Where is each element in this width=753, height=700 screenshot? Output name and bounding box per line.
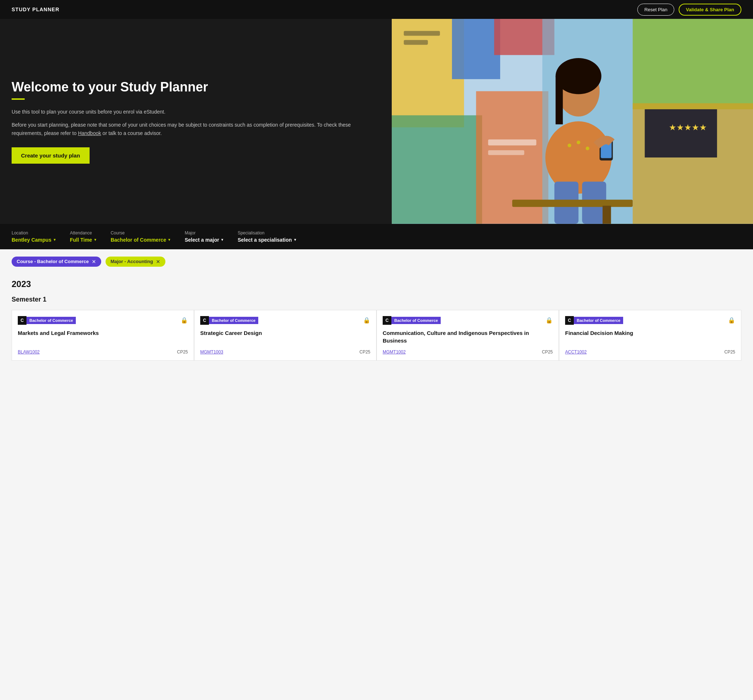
card-code[interactable]: MGMT1003	[200, 350, 223, 355]
card-header: C Bachelor of Commerce 🔒	[383, 316, 553, 325]
filter-specialisation[interactable]: Specialisation Select a specialisation ▾	[238, 230, 296, 243]
card-cp: CP25	[542, 350, 553, 355]
hero-desc2-suffix: or talk to a course advisor.	[101, 130, 162, 136]
card-badge-row: C Bachelor of Commerce	[565, 316, 623, 325]
card-course-badge: Bachelor of Commerce	[391, 317, 441, 324]
tag-course-close[interactable]: ✕	[92, 259, 96, 264]
hero-image-placeholder: ★★★★★	[392, 19, 753, 224]
hero-title: Welcome to your Study Planner	[12, 79, 377, 95]
svg-rect-26	[512, 200, 633, 207]
svg-point-20	[576, 141, 580, 144]
unit-card: C Bachelor of Commerce 🔒 Communication, …	[376, 310, 559, 361]
svg-rect-9	[645, 109, 717, 158]
year-heading: 2023	[12, 279, 741, 289]
card-code[interactable]: BLAW1002	[18, 350, 39, 355]
hero-section: Welcome to your Study Planner Use this t…	[0, 19, 753, 224]
unit-card: C Bachelor of Commerce 🔒 Financial Decis…	[559, 310, 741, 361]
tag-course[interactable]: Course - Bachelor of Commerce ✕	[12, 256, 101, 267]
card-cp: CP25	[359, 350, 370, 355]
header-actions: Reset Plan Validate & Share Plan	[637, 4, 741, 16]
card-header: C Bachelor of Commerce 🔒	[200, 316, 370, 325]
filter-attendance-value[interactable]: Full Time ▾	[70, 237, 96, 243]
card-letter: C	[18, 316, 27, 325]
create-plan-button[interactable]: Create your study plan	[12, 147, 90, 164]
unit-card: C Bachelor of Commerce 🔒 Strategic Caree…	[194, 310, 376, 361]
lock-icon: 🔒	[181, 317, 188, 324]
filter-location[interactable]: Location Bentley Campus ▾	[12, 230, 56, 243]
semester-heading: Semester 1	[12, 296, 741, 303]
filter-location-value[interactable]: Bentley Campus ▾	[12, 237, 56, 243]
filter-location-label: Location	[12, 230, 56, 236]
card-badge-row: C Bachelor of Commerce	[383, 316, 441, 325]
card-badge-row: C Bachelor of Commerce	[200, 316, 258, 325]
tags-area: Course - Bachelor of Commerce ✕ Major - …	[0, 249, 753, 270]
card-badge-row: C Bachelor of Commerce	[18, 316, 76, 325]
card-footer: MGMT1002 CP25	[383, 350, 553, 355]
chevron-down-icon: ▾	[221, 238, 223, 242]
tag-major-close[interactable]: ✕	[156, 259, 160, 264]
lock-icon: 🔒	[728, 317, 735, 324]
card-letter: C	[200, 316, 209, 325]
hero-image: ★★★★★	[392, 19, 753, 224]
chevron-down-icon: ▾	[94, 238, 96, 242]
chevron-down-icon: ▾	[168, 238, 170, 242]
filter-attendance-label: Attendance	[70, 230, 96, 236]
hero-desc1: Use this tool to plan your course units …	[12, 108, 377, 116]
card-title: Financial Decision Making	[565, 329, 735, 337]
card-header: C Bachelor of Commerce 🔒	[565, 316, 735, 325]
card-course-badge: Bachelor of Commerce	[27, 317, 76, 324]
card-cp: CP25	[177, 350, 188, 355]
hero-text: Welcome to your Study Planner Use this t…	[0, 19, 392, 224]
filter-specialisation-value[interactable]: Select a specialisation ▾	[238, 237, 296, 243]
svg-rect-4	[392, 116, 482, 224]
card-letter: C	[383, 316, 391, 325]
filter-course-value[interactable]: Bachelor of Commerce ▾	[111, 237, 170, 243]
svg-rect-17	[555, 76, 563, 125]
card-code[interactable]: MGMT1002	[383, 350, 405, 355]
tag-major[interactable]: Major - Accounting ✕	[106, 256, 165, 267]
card-course-badge: Bachelor of Commerce	[574, 317, 623, 324]
svg-point-19	[567, 144, 571, 147]
cards-grid: C Bachelor of Commerce 🔒 Markets and Leg…	[12, 310, 741, 361]
card-code[interactable]: ACCT1002	[565, 350, 586, 355]
handbook-link[interactable]: Handbook	[78, 130, 101, 136]
filter-major-label: Major	[185, 230, 223, 236]
tag-course-label: Course - Bachelor of Commerce	[17, 259, 89, 264]
unit-card: C Bachelor of Commerce 🔒 Markets and Leg…	[12, 310, 194, 361]
card-letter: C	[565, 316, 574, 325]
filter-bar: Location Bentley Campus ▾ Attendance Ful…	[0, 224, 753, 249]
header: STUDY PLANNER Reset Plan Validate & Shar…	[0, 0, 753, 19]
svg-rect-11	[404, 31, 440, 36]
filter-major-value[interactable]: Select a major ▾	[185, 237, 223, 243]
tag-major-label: Major - Accounting	[111, 259, 153, 264]
filter-specialisation-label: Specialisation	[238, 230, 296, 236]
card-title: Communication, Culture and Indigenous Pe…	[383, 329, 553, 344]
filter-course[interactable]: Course Bachelor of Commerce ▾	[111, 230, 170, 243]
filter-course-label: Course	[111, 230, 170, 236]
filter-major[interactable]: Major Select a major ▾	[185, 230, 223, 243]
lock-icon: 🔒	[363, 317, 370, 324]
chevron-down-icon: ▾	[294, 238, 296, 242]
card-course-badge: Bachelor of Commerce	[209, 317, 258, 324]
filter-attendance[interactable]: Attendance Full Time ▾	[70, 230, 96, 243]
svg-rect-2	[452, 19, 500, 79]
card-footer: ACCT1002 CP25	[565, 350, 735, 355]
logo: STUDY PLANNER	[12, 6, 59, 12]
reset-button[interactable]: Reset Plan	[637, 4, 674, 16]
card-header: C Bachelor of Commerce 🔒	[18, 316, 188, 325]
lock-icon: 🔒	[546, 317, 553, 324]
card-title: Strategic Career Design	[200, 329, 370, 337]
card-cp: CP25	[724, 350, 735, 355]
card-footer: BLAW1002 CP25	[18, 350, 188, 355]
svg-rect-14	[488, 150, 524, 155]
hero-image-svg: ★★★★★	[392, 19, 753, 224]
main-content: 2023 Semester 1 C Bachelor of Commerce 🔒…	[0, 270, 753, 369]
svg-point-21	[585, 147, 589, 150]
svg-rect-27	[602, 206, 611, 224]
svg-text:★★★★★: ★★★★★	[669, 123, 706, 132]
hero-accent-bar	[12, 98, 25, 100]
chevron-down-icon: ▾	[54, 238, 56, 242]
svg-rect-7	[633, 19, 753, 109]
validate-button[interactable]: Validate & Share Plan	[679, 4, 741, 16]
svg-rect-13	[488, 139, 536, 145]
